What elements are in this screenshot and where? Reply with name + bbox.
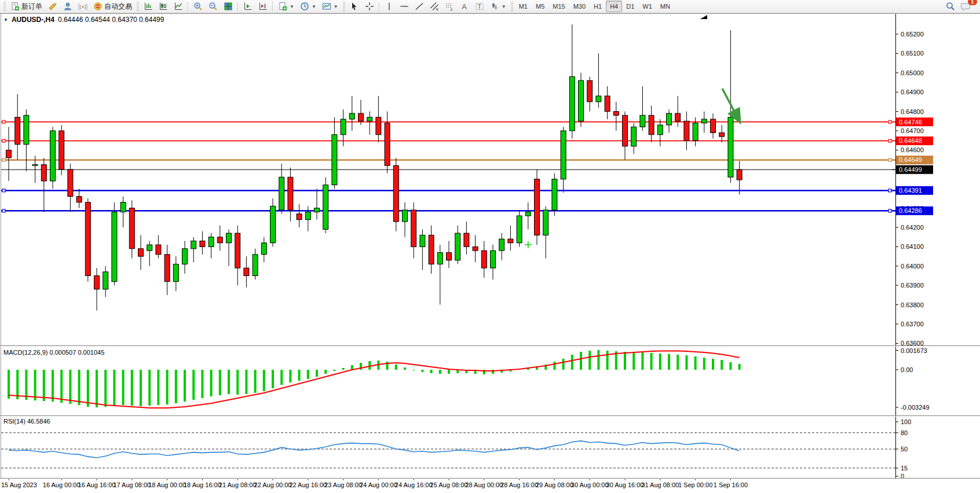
timeframe-button-h1[interactable]: H1 — [590, 1, 606, 12]
line-handle[interactable] — [888, 159, 891, 161]
chart-bars-button[interactable] — [141, 1, 156, 13]
chart-window[interactable]: ▼ AUDUSD-,H4 0.64446 0.64544 0.64370 0.6… — [0, 13, 980, 493]
cursor-button[interactable] — [347, 1, 362, 13]
text-icon: A — [460, 2, 469, 11]
svg-text:A: A — [462, 3, 466, 11]
line-handle[interactable] — [2, 120, 5, 123]
text-button[interactable]: A — [457, 1, 472, 13]
svg-text:0.65000: 0.65000 — [901, 69, 924, 76]
trendline-button[interactable] — [412, 1, 427, 13]
time-axis: 15 Aug 202316 Aug 00:0016 Aug 16:0017 Au… — [1, 478, 748, 488]
vertical-line-button[interactable] — [382, 1, 397, 13]
toolbar-grip — [343, 2, 345, 11]
timeframe-button-m15[interactable]: M15 — [548, 1, 569, 12]
zoom-out-button[interactable] — [206, 1, 221, 13]
svg-text:0.63900: 0.63900 — [901, 282, 924, 289]
svg-text:50: 50 — [901, 446, 908, 452]
svg-text:T: T — [477, 3, 481, 10]
timeframe-button-m30[interactable]: M30 — [569, 1, 590, 12]
timeframe-button-w1[interactable]: W1 — [638, 1, 656, 12]
svg-text:0.001673: 0.001673 — [901, 347, 927, 354]
main-price-pane[interactable] — [1, 24, 895, 310]
timeframe-button-h4[interactable]: H4 — [606, 1, 622, 12]
candle-body — [455, 233, 460, 260]
timeframe-button-m5[interactable]: M5 — [532, 1, 548, 12]
fibonacci-button[interactable]: F — [442, 1, 457, 13]
macd-pane[interactable]: MACD(12,26,9) 0.000507 0.0010450.0016730… — [3, 347, 930, 411]
dropdown-caret-icon: ▼ — [334, 4, 338, 9]
svg-text:0.64900: 0.64900 — [901, 89, 924, 95]
time-axis-label: 24 Aug 16:00 — [395, 481, 433, 488]
candle-body — [711, 119, 716, 133]
candle-body — [173, 264, 178, 281]
chart-shift-icon — [258, 2, 268, 11]
signals-button[interactable] — [75, 1, 90, 13]
svg-text:0.64200: 0.64200 — [901, 224, 924, 231]
timeframe-button-mn[interactable]: MN — [656, 1, 674, 12]
templates-button[interactable]: ▼ — [319, 1, 341, 13]
candle-body — [367, 117, 372, 122]
candle-body — [191, 241, 196, 248]
search-button[interactable] — [943, 1, 958, 13]
horizontal-line-button[interactable] — [397, 1, 412, 13]
chart-candles-button[interactable] — [156, 1, 171, 13]
candle-body — [737, 170, 742, 180]
chart-canvas[interactable]: MACD(12,26,9) 0.000507 0.0010450.0016730… — [0, 14, 980, 493]
svg-text:0.64746: 0.64746 — [899, 119, 922, 126]
chart-shift-button[interactable] — [255, 1, 270, 13]
zoom-in-button[interactable] — [191, 1, 206, 13]
line-handle[interactable] — [888, 209, 891, 212]
candle-body — [6, 150, 12, 157]
new-chart-button[interactable]: ▼ — [275, 1, 297, 13]
line-handle[interactable] — [2, 139, 5, 142]
arrows-button[interactable]: ▼ — [487, 1, 509, 13]
candle-body — [596, 96, 601, 102]
toolbar-separator — [188, 2, 189, 12]
equidistant-channel-icon: E — [430, 2, 439, 11]
channel-button[interactable]: E — [427, 1, 442, 13]
candle-body — [235, 233, 240, 268]
cursor-icon — [350, 2, 359, 11]
candle-body — [164, 255, 170, 282]
candle-body — [579, 80, 584, 121]
line-handle[interactable] — [2, 189, 5, 192]
rsi-pane[interactable]: RSI(14) 46.58461008050150 — [1, 418, 911, 480]
notifications-button[interactable]: 1 — [958, 1, 974, 13]
crosshair-button[interactable] — [362, 1, 377, 13]
candle-body — [481, 251, 487, 268]
styles-button[interactable] — [45, 1, 60, 13]
periods-menu-button[interactable]: ▼ — [297, 1, 319, 13]
one-click-trading-toggle-icon[interactable]: ▼ — [3, 17, 8, 23]
candle-body — [200, 241, 205, 246]
line-handle[interactable] — [888, 120, 891, 123]
scroll-to-end-marker[interactable] — [700, 15, 707, 19]
line-handle[interactable] — [888, 139, 891, 142]
horizontal-line-icon — [400, 2, 409, 11]
new-order-button[interactable]: 新订单 — [8, 1, 45, 13]
candle-body — [182, 249, 188, 264]
time-axis-label: 1 Sep 00:00 — [678, 481, 712, 488]
chart-symbol-period: AUDUSD-,H4 — [12, 16, 54, 24]
candle-body — [279, 177, 284, 210]
line-handle[interactable] — [2, 159, 5, 161]
text-label-button[interactable]: T — [472, 1, 487, 13]
tile-windows-button[interactable] — [221, 1, 236, 13]
profile-button[interactable] — [60, 1, 75, 13]
signal-icon — [78, 2, 87, 11]
auto-scroll-button[interactable] — [240, 1, 255, 13]
candle-body — [561, 131, 566, 179]
candle-body — [640, 115, 645, 127]
timeframe-button-m1[interactable]: M1 — [515, 1, 532, 12]
line-handle[interactable] — [2, 209, 5, 212]
toolbar-separator — [237, 2, 239, 12]
candle-body — [447, 252, 452, 260]
macd-label: MACD(12,26,9) 0.000507 0.001045 — [3, 349, 104, 356]
timeframe-button-d1[interactable]: D1 — [622, 1, 638, 12]
time-axis-label: 25 Aug 08:00 — [430, 481, 468, 488]
chart-line-button[interactable] — [171, 1, 186, 13]
svg-text:0.64391: 0.64391 — [899, 187, 922, 194]
auto-trading-button[interactable]: 自动交易 — [90, 1, 135, 13]
candle-body — [156, 245, 161, 255]
line-handle[interactable] — [888, 189, 891, 192]
macd-signal-line — [9, 351, 740, 408]
